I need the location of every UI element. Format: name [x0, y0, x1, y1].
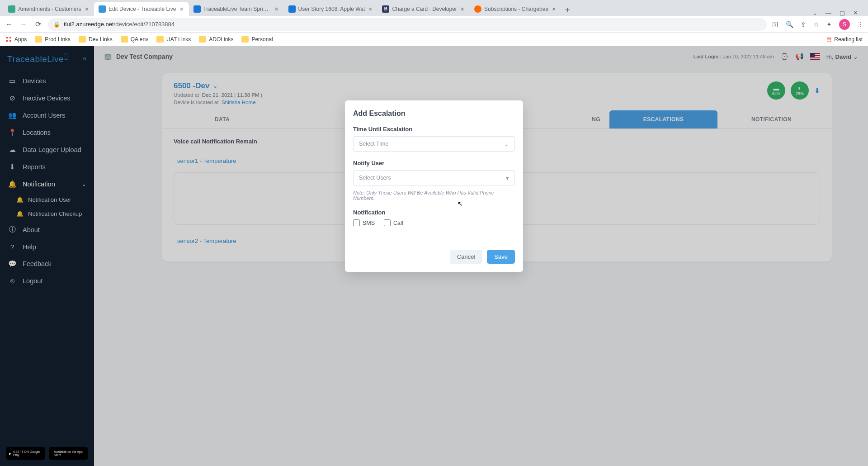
notify-user-select[interactable]: Select Users ▾: [353, 170, 515, 185]
sms-checkbox[interactable]: SMS: [353, 219, 375, 226]
browser-tab[interactable]: B Charge a Card · Developer ×: [377, 2, 470, 16]
time-select[interactable]: Select Time ⌄: [353, 136, 515, 152]
close-icon[interactable]: ×: [179, 5, 184, 13]
chevron-down-icon[interactable]: ⌄: [812, 10, 817, 16]
reading-list-button[interactable]: ▤Reading list: [826, 36, 863, 43]
favicon-icon: [288, 5, 296, 13]
new-tab-button[interactable]: +: [561, 4, 574, 16]
minimize-icon[interactable]: —: [826, 10, 831, 16]
browser-tab[interactable]: TraceableLive Team Sprint 3 ×: [189, 2, 284, 16]
time-placeholder: Select Time: [359, 141, 388, 147]
cancel-button[interactable]: Cancel: [450, 250, 482, 264]
tab-title: Amendments - Customers: [18, 6, 81, 12]
caret-down-icon: ▾: [506, 175, 509, 181]
favicon-icon: [99, 5, 106, 13]
folder-icon: [156, 36, 164, 43]
tab-title: User Story 1608: Apple Wat: [298, 6, 365, 12]
bookmark-item[interactable]: Dev Links: [79, 36, 113, 43]
call-checkbox-input[interactable]: [384, 219, 391, 226]
folder-icon: [35, 36, 42, 43]
favicon-icon: B: [382, 5, 389, 13]
browser-tab[interactable]: Amendments - Customers ×: [4, 2, 94, 16]
bookmark-bar: Apps Prod Links Dev Links QA env UAT Lin…: [0, 33, 868, 46]
bookmark-item[interactable]: Prod Links: [35, 36, 71, 43]
window-controls: ⌄ — ▢ ✕: [806, 10, 864, 16]
folder-icon: [241, 36, 249, 43]
close-icon[interactable]: ×: [274, 5, 279, 13]
star-icon[interactable]: ☆: [813, 21, 819, 28]
close-window-icon[interactable]: ✕: [853, 10, 858, 16]
key-icon[interactable]: ⚿: [772, 21, 778, 28]
profile-avatar[interactable]: S: [839, 19, 850, 30]
cursor-icon: ↖: [458, 200, 463, 207]
save-button[interactable]: Save: [487, 250, 515, 264]
browser-tab-active[interactable]: Edit Device - Traceable Live ×: [94, 2, 189, 16]
call-checkbox[interactable]: Call: [384, 219, 403, 226]
close-icon[interactable]: ×: [368, 5, 373, 13]
menu-icon[interactable]: ⋮: [857, 21, 863, 28]
folder-icon: [79, 36, 86, 43]
list-icon: ▤: [826, 36, 831, 43]
share-icon[interactable]: ⇪: [801, 21, 806, 28]
notification-label: Notification: [353, 209, 515, 216]
browser-tab[interactable]: Subscriptions - Chargebee ×: [470, 2, 561, 16]
forward-button[interactable]: →: [19, 20, 28, 29]
folder-icon: [121, 36, 128, 43]
zoom-icon[interactable]: 🔍: [786, 21, 793, 28]
favicon-icon: [474, 5, 481, 13]
tab-title: Subscriptions - Chargebee: [484, 6, 548, 12]
url-input[interactable]: 🔒 tlui2.azureedge.net/device/edit/210783…: [48, 18, 767, 31]
modal-title: Add Escalation: [353, 109, 515, 118]
extensions-icon[interactable]: ✦: [826, 21, 832, 28]
chevron-down-icon: ⌄: [504, 141, 509, 147]
sms-checkbox-input[interactable]: [353, 219, 360, 226]
app-root: TraceableLive𓇽 « ▭Devices ⊘Inactive Devi…: [0, 46, 868, 466]
notify-label: Notify User: [353, 160, 515, 166]
bookmark-item[interactable]: Personal: [241, 36, 273, 43]
maximize-icon[interactable]: ▢: [840, 10, 845, 16]
bookmark-item[interactable]: UAT Links: [156, 36, 191, 43]
bookmark-item[interactable]: ADOLinks: [199, 36, 233, 43]
apps-icon: [5, 36, 12, 43]
back-button[interactable]: ←: [5, 20, 14, 29]
tab-title: Edit Device - Traceable Live: [108, 6, 176, 12]
close-icon[interactable]: ×: [84, 5, 90, 13]
browser-tab[interactable]: User Story 1608: Apple Wat ×: [284, 2, 378, 16]
address-bar: ← → ⟳ 🔒 tlui2.azureedge.net/device/edit/…: [0, 16, 868, 33]
browser-tab-strip: Amendments - Customers × Edit Device - T…: [0, 0, 868, 16]
tab-title: TraceableLive Team Sprint 3: [203, 6, 271, 12]
close-icon[interactable]: ×: [551, 5, 557, 13]
url-path: /device/edit/210783884: [114, 21, 175, 28]
time-label: Time Until Escalation: [353, 126, 515, 133]
favicon-icon: [193, 5, 201, 13]
reload-button[interactable]: ⟳: [33, 20, 42, 29]
apps-button[interactable]: Apps: [5, 36, 27, 43]
favicon-icon: [8, 5, 15, 13]
bookmark-item[interactable]: QA env: [121, 36, 148, 43]
close-icon[interactable]: ×: [460, 5, 465, 13]
tab-title: Charge a Card · Developer: [392, 6, 457, 12]
url-domain: tlui2.azureedge.net: [64, 21, 114, 28]
lock-icon: 🔒: [53, 21, 60, 28]
add-escalation-modal: Add Escalation Time Until Escalation Sel…: [345, 100, 523, 272]
notify-placeholder: Select Users: [359, 175, 391, 181]
note-text: Note: Only Those Users Will Be Available…: [353, 190, 515, 201]
folder-icon: [199, 36, 206, 43]
